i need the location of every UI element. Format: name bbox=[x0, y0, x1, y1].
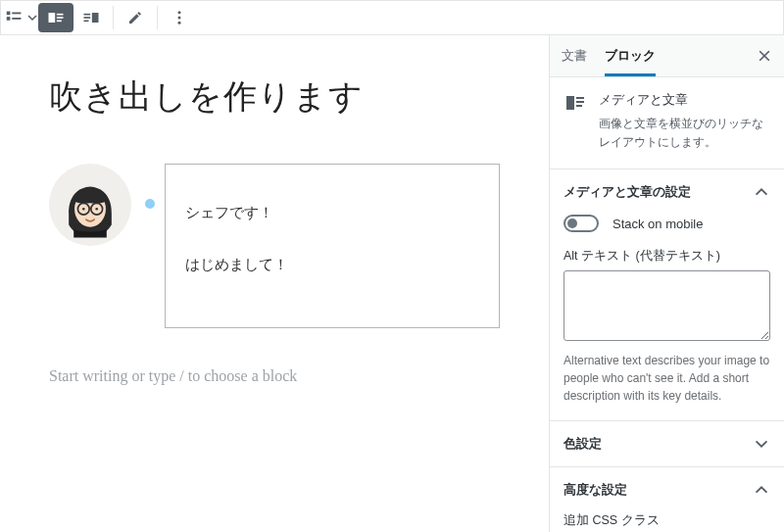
default-block-appender[interactable]: Start writing or type / to choose a bloc… bbox=[49, 367, 500, 385]
edit-media-button[interactable] bbox=[118, 3, 153, 32]
block-toolbar bbox=[0, 0, 784, 35]
media-right-icon bbox=[81, 8, 101, 27]
svg-rect-3 bbox=[12, 18, 21, 20]
svg-rect-23 bbox=[576, 97, 584, 99]
media-right-button[interactable] bbox=[74, 3, 109, 32]
chevron-up-icon bbox=[753, 183, 770, 201]
tab-block[interactable]: ブロック bbox=[605, 35, 656, 76]
svg-rect-24 bbox=[576, 101, 584, 103]
svg-point-13 bbox=[178, 17, 181, 20]
svg-rect-0 bbox=[7, 12, 11, 16]
media-text-block[interactable]: シェフです！ はじめまして！ bbox=[49, 164, 500, 328]
panel-title: 高度な設定 bbox=[564, 481, 627, 499]
speech-bubble[interactable]: シェフです！ はじめまして！ bbox=[165, 164, 500, 328]
block-card-description: 画像と文章を横並びのリッチなレイアウトにします。 bbox=[599, 115, 770, 151]
bubble-text-line[interactable]: シェフです！ bbox=[185, 204, 483, 222]
svg-rect-10 bbox=[84, 17, 91, 19]
more-vertical-icon bbox=[171, 9, 188, 26]
alt-text-label: Alt テキスト (代替テキスト) bbox=[564, 248, 770, 265]
svg-rect-5 bbox=[57, 14, 64, 16]
svg-rect-11 bbox=[84, 21, 89, 23]
align-dropdown-button[interactable] bbox=[3, 3, 38, 32]
media-left-icon bbox=[46, 8, 66, 27]
panel-title: メディアと文章の設定 bbox=[564, 183, 691, 201]
stack-on-mobile-label: Stack on mobile bbox=[612, 217, 704, 231]
avatar-illustration-icon bbox=[49, 164, 131, 246]
svg-rect-4 bbox=[49, 13, 56, 23]
settings-sidebar: 文書 ブロック メディアと文章 画像と文章を横並びのリッチなレイアウトにします。… bbox=[549, 35, 784, 532]
toolbar-separator bbox=[157, 6, 158, 29]
panel-advanced-settings: 高度な設定 追加 CSS クラス bbox=[550, 467, 784, 532]
svg-rect-22 bbox=[566, 96, 574, 110]
more-options-button[interactable] bbox=[162, 3, 197, 32]
svg-point-20 bbox=[82, 208, 85, 211]
resize-handle[interactable] bbox=[145, 199, 155, 209]
main-area: 吹き出しを作ります bbox=[0, 35, 784, 532]
panel-toggle-media-text[interactable]: メディアと文章の設定 bbox=[550, 169, 784, 215]
svg-rect-9 bbox=[84, 14, 91, 16]
panel-media-text-settings: メディアと文章の設定 Stack on mobile Alt テキスト (代替テ… bbox=[550, 169, 784, 421]
panel-color-settings: 色設定 bbox=[550, 421, 784, 467]
block-card-title: メディアと文章 bbox=[599, 91, 770, 109]
media-left-button[interactable] bbox=[38, 3, 74, 32]
chevron-down-icon bbox=[27, 13, 37, 23]
alt-text-help: Alternative text describes your image to… bbox=[564, 352, 770, 405]
chevron-down-icon bbox=[753, 435, 770, 453]
post-title[interactable]: 吹き出しを作ります bbox=[49, 74, 500, 120]
stack-on-mobile-row: Stack on mobile bbox=[564, 215, 770, 232]
svg-rect-8 bbox=[92, 13, 99, 23]
close-sidebar-button[interactable] bbox=[757, 48, 772, 64]
block-card: メディアと文章 画像と文章を横並びのリッチなレイアウトにします。 bbox=[550, 77, 784, 169]
close-icon bbox=[757, 48, 772, 64]
media-text-block-icon bbox=[564, 91, 587, 115]
tab-document[interactable]: 文書 bbox=[562, 35, 587, 76]
avatar-image[interactable] bbox=[49, 164, 131, 246]
svg-point-21 bbox=[95, 208, 98, 211]
bubble-text-line[interactable]: はじめまして！ bbox=[185, 256, 483, 274]
list-icon bbox=[4, 7, 25, 28]
editor-canvas[interactable]: 吹き出しを作ります bbox=[0, 35, 549, 532]
toolbar-separator bbox=[113, 6, 114, 29]
css-class-label: 追加 CSS クラス bbox=[564, 512, 770, 529]
alt-text-textarea[interactable] bbox=[564, 270, 770, 341]
stack-on-mobile-toggle[interactable] bbox=[564, 215, 599, 232]
svg-rect-7 bbox=[57, 21, 62, 23]
bubble-wrapper: シェフです！ はじめまして！ bbox=[145, 164, 500, 328]
svg-rect-2 bbox=[7, 17, 11, 21]
sidebar-tabs: 文書 ブロック bbox=[550, 35, 784, 77]
svg-rect-25 bbox=[576, 105, 582, 107]
svg-point-12 bbox=[178, 11, 181, 14]
panel-title: 色設定 bbox=[564, 435, 602, 453]
pencil-icon bbox=[126, 9, 144, 26]
svg-point-14 bbox=[178, 22, 181, 24]
panel-toggle-color[interactable]: 色設定 bbox=[550, 421, 784, 466]
panel-toggle-advanced[interactable]: 高度な設定 bbox=[550, 467, 784, 512]
svg-rect-6 bbox=[57, 17, 64, 19]
chevron-up-icon bbox=[753, 481, 770, 499]
svg-rect-1 bbox=[12, 13, 21, 15]
